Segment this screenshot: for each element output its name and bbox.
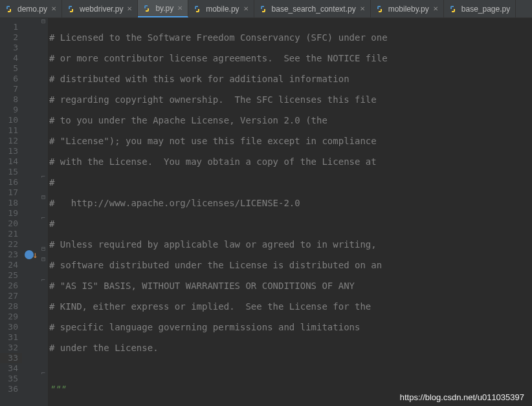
python-file-icon <box>260 5 269 14</box>
code-editor[interactable]: 1234567891011121314151617181920212223242… <box>0 18 532 406</box>
python-file-icon <box>5 5 14 14</box>
fold-end-icon[interactable]: ⌐ <box>40 277 47 283</box>
fold-column: ⊟ ⌐ ⊟ ⌐ ⊟ ⊟ ⌐ ⌐ <box>39 18 48 406</box>
fold-start-icon[interactable]: ⊟ <box>40 18 47 25</box>
python-file-icon <box>376 5 385 14</box>
python-file-icon <box>194 5 203 14</box>
tab-label: mobileby.py <box>388 5 429 14</box>
editor-tab-bar: demo.py ✕ webdriver.py ✕ by.py ✕ mobile.… <box>0 0 532 18</box>
close-icon[interactable]: ✕ <box>51 5 56 12</box>
close-icon[interactable]: ✕ <box>433 5 438 12</box>
marker-column: ↓ <box>22 18 39 406</box>
gutter: 1234567891011121314151617181920212223242… <box>0 18 39 406</box>
tab-webdriver-py[interactable]: webdriver.py ✕ <box>62 0 138 17</box>
tab-label: mobile.py <box>206 5 239 14</box>
tab-mobile-py[interactable]: mobile.py ✕ <box>188 0 254 17</box>
close-icon[interactable]: ✕ <box>243 5 249 12</box>
fold-start-icon[interactable]: ⊟ <box>40 246 47 252</box>
fold-end-icon[interactable]: ⌐ <box>40 173 47 180</box>
fold-end-icon[interactable]: ⌐ <box>40 370 47 376</box>
fold-start-icon[interactable]: ⊟ <box>40 194 47 200</box>
tab-label: demo.py <box>17 5 47 14</box>
code-area[interactable]: # Licensed to the Software Freedom Conse… <box>48 18 532 406</box>
close-icon[interactable]: ✕ <box>360 5 365 12</box>
python-file-icon <box>67 5 76 14</box>
tab-mobileby-py[interactable]: mobileby.py ✕ <box>371 0 444 17</box>
tab-demo-py[interactable]: demo.py ✕ <box>0 0 62 17</box>
tab-label: base_page.py <box>461 5 510 14</box>
fold-end-icon[interactable]: ⌐ <box>40 215 47 221</box>
python-file-icon <box>143 4 152 13</box>
close-icon[interactable]: ✕ <box>177 5 183 12</box>
tab-label: base_search_context.py <box>272 5 356 14</box>
close-icon[interactable]: ✕ <box>127 5 132 12</box>
watermark-text: https://blog.csdn.net/u011035397 <box>400 392 524 402</box>
line-number-column: 1234567891011121314151617181920212223242… <box>0 18 22 406</box>
tab-base-search-context-py[interactable]: base_search_context.py ✕ <box>254 0 371 17</box>
tab-label: by.py <box>155 4 173 13</box>
python-file-icon <box>449 5 458 14</box>
breakpoint-icon[interactable]: ↓ <box>25 250 38 260</box>
tab-label: webdriver.py <box>80 5 123 14</box>
fold-start-icon[interactable]: ⊟ <box>40 256 47 262</box>
tab-by-py[interactable]: by.py ✕ <box>138 0 188 17</box>
tab-base-page-py[interactable]: base_page.py <box>444 0 516 17</box>
